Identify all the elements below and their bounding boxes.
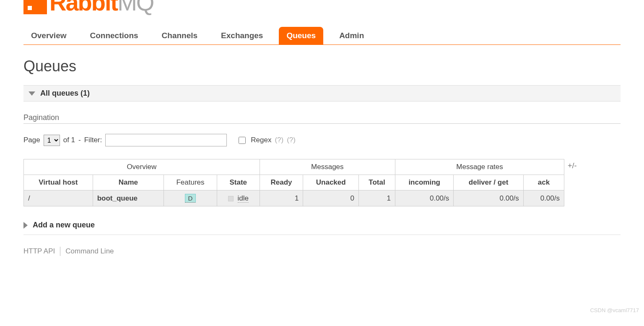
cell-incoming: 0.00/s xyxy=(395,190,454,206)
regex-label: Regex xyxy=(251,136,271,144)
cell-unacked: 0 xyxy=(303,190,359,206)
tab-overview[interactable]: Overview xyxy=(23,27,74,44)
regex-checkbox[interactable] xyxy=(239,137,246,144)
cell-name[interactable]: boot_queue xyxy=(93,190,164,206)
pagination-title: Pagination xyxy=(23,113,621,124)
cell-state: idle xyxy=(217,190,260,206)
page-of-label: of 1 xyxy=(63,136,75,144)
help-icon-2[interactable]: (?) xyxy=(287,136,296,144)
durable-badge: D xyxy=(185,194,196,203)
state-dot-icon xyxy=(228,196,234,201)
cell-total: 1 xyxy=(358,190,395,206)
cell-ack: 0.00/s xyxy=(523,190,564,206)
add-queue-section-header[interactable]: Add a new queue xyxy=(23,217,621,235)
tab-connections[interactable]: Connections xyxy=(83,27,146,44)
all-queues-section-header[interactable]: All queues (1) xyxy=(23,85,621,102)
cell-vhost: / xyxy=(24,190,93,206)
col-state[interactable]: State xyxy=(217,175,260,190)
cell-ready: 1 xyxy=(260,190,303,206)
filter-label: Filter: xyxy=(84,136,102,144)
page-select[interactable]: 1 xyxy=(44,135,60,146)
cell-deliver-get: 0.00/s xyxy=(454,190,524,206)
filter-input[interactable] xyxy=(105,134,227,146)
group-header-overview: Overview xyxy=(24,159,260,175)
col-ready[interactable]: Ready xyxy=(260,175,303,190)
queues-table: Overview Messages Message rates Virtual … xyxy=(23,159,564,206)
add-queue-label: Add a new queue xyxy=(33,221,95,230)
chevron-right-icon xyxy=(23,222,28,229)
logo-icon xyxy=(23,0,47,14)
help-icon-1[interactable]: (?) xyxy=(275,136,283,144)
tab-queues[interactable]: Queues xyxy=(279,27,323,44)
pagination-controls: Page 1 of 1 - Filter: Regex (?)(?) xyxy=(23,134,621,146)
col-incoming[interactable]: incoming xyxy=(395,175,454,190)
page-title: Queues xyxy=(23,57,621,75)
group-header-rates: Message rates xyxy=(395,159,564,175)
tab-channels[interactable]: Channels xyxy=(154,27,205,44)
logo-mq: MQ xyxy=(117,0,153,16)
command-line-link[interactable]: Command Line xyxy=(65,247,114,256)
col-features[interactable]: Features xyxy=(164,175,217,190)
watermark: CSDN @vcaml7717 xyxy=(590,307,639,313)
columns-toggle[interactable]: +/- xyxy=(568,159,577,170)
page-label: Page xyxy=(23,136,40,144)
logo: RabbitMQTM xyxy=(23,0,621,27)
logo-text: RabbitMQTM xyxy=(49,0,160,14)
col-vhost[interactable]: Virtual host xyxy=(24,175,93,190)
main-tabs: Overview Connections Channels Exchanges … xyxy=(23,27,621,45)
all-queues-label: All queues (1) xyxy=(40,89,90,98)
footer-links: HTTP API Command Line xyxy=(23,247,621,256)
col-total[interactable]: Total xyxy=(358,175,395,190)
dash: - xyxy=(78,136,81,144)
tab-admin[interactable]: Admin xyxy=(332,27,371,44)
http-api-link[interactable]: HTTP API xyxy=(23,247,55,256)
col-deliver-get[interactable]: deliver / get xyxy=(454,175,524,190)
state-text: idle xyxy=(238,194,249,203)
chevron-down-icon xyxy=(29,91,35,96)
table-row[interactable]: / boot_queue D idle 1 0 1 0.00/s 0.00/s … xyxy=(24,190,564,206)
col-ack[interactable]: ack xyxy=(523,175,564,190)
footer-separator xyxy=(60,247,60,256)
cell-features: D xyxy=(164,190,217,206)
col-name[interactable]: Name xyxy=(93,175,164,190)
logo-rabbit: Rabbit xyxy=(49,0,117,16)
col-unacked[interactable]: Unacked xyxy=(303,175,359,190)
group-header-messages: Messages xyxy=(260,159,395,175)
tab-exchanges[interactable]: Exchanges xyxy=(213,27,270,44)
